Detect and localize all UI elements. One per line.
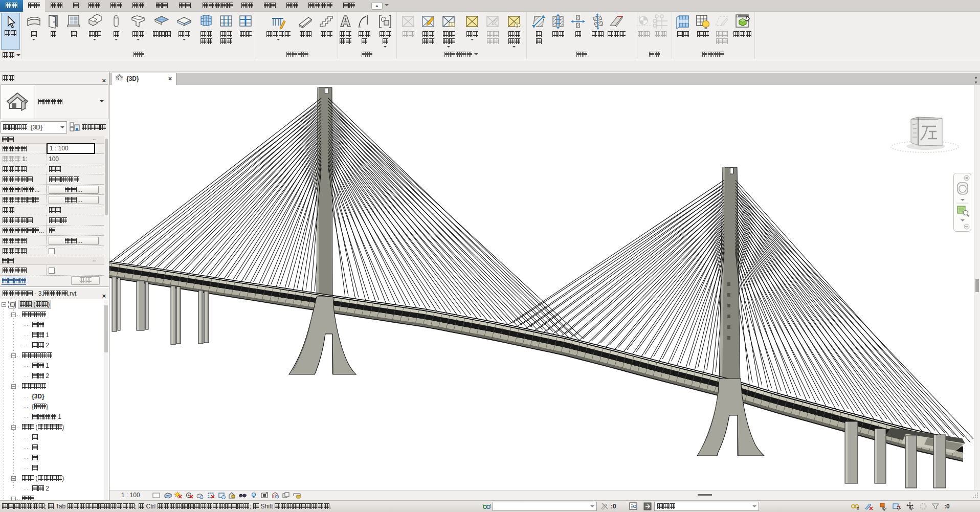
svg-text:1: 1 xyxy=(516,24,518,27)
svg-text:-1: -1 xyxy=(637,15,640,19)
svg-text:1: 1 xyxy=(451,23,453,27)
